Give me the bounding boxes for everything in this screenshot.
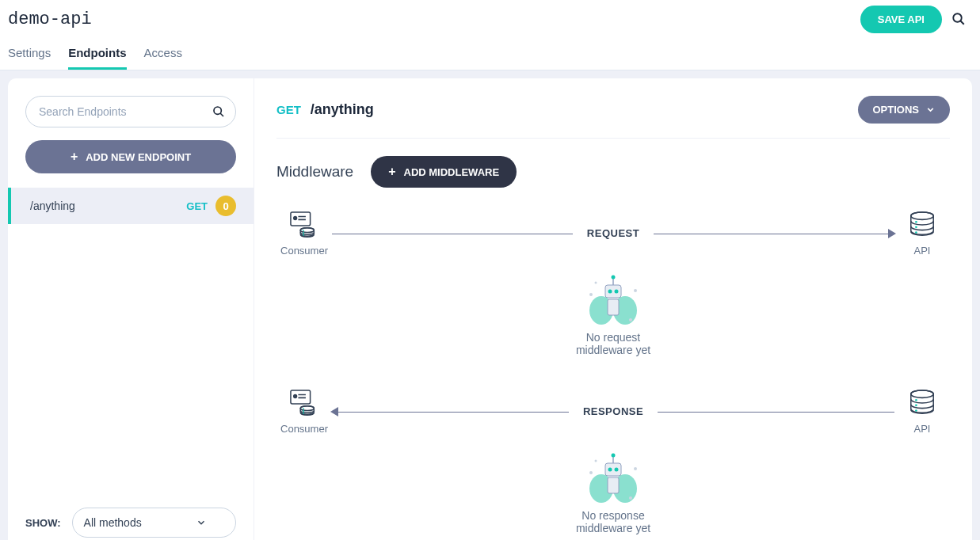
api-label: API — [914, 245, 931, 257]
endpoint-path-title: /anything — [311, 101, 374, 118]
svg-point-33 — [303, 408, 304, 409]
svg-point-52 — [629, 496, 632, 500]
svg-point-49 — [612, 454, 616, 458]
header: demo-api SAVE API — [0, 0, 980, 32]
arrow-right-icon — [888, 229, 896, 238]
endpoint-search — [25, 96, 236, 127]
main-header: GET /anything OPTIONS — [276, 96, 950, 139]
add-new-endpoint-button[interactable]: + ADD NEW ENDPOINT — [25, 140, 236, 173]
save-api-button[interactable]: SAVE API — [860, 6, 942, 33]
add-middleware-label: ADD MIDDLEWARE — [404, 166, 500, 178]
plus-icon: + — [388, 165, 395, 179]
consumer-icon — [289, 211, 319, 239]
add-endpoint-label: ADD NEW ENDPOINT — [86, 151, 191, 163]
svg-point-21 — [615, 290, 619, 294]
add-middleware-button[interactable]: + ADD MIDDLEWARE — [371, 156, 517, 188]
request-flow: Consumer REQUEST — [276, 210, 950, 356]
svg-point-46 — [615, 468, 619, 472]
svg-point-20 — [608, 290, 612, 294]
database-icon — [907, 211, 937, 239]
method-filter-select[interactable]: All methods — [72, 508, 236, 538]
endpoint-item[interactable]: /anything GET 0 — [8, 188, 254, 224]
tab-access[interactable]: Access — [144, 40, 182, 70]
response-empty-message: No response middleware yet — [576, 509, 650, 534]
request-empty-message: No request middleware yet — [576, 331, 650, 356]
svg-point-15 — [915, 226, 917, 229]
svg-point-9 — [303, 232, 304, 234]
main-panel: GET /anything OPTIONS Middleware + ADD M… — [254, 78, 972, 540]
svg-point-24 — [612, 276, 616, 280]
search-input[interactable] — [25, 96, 236, 127]
response-label: RESPONSE — [569, 405, 658, 417]
robot-illustration-icon — [582, 449, 645, 504]
svg-point-40 — [915, 405, 917, 407]
endpoint-method-badge: GET — [276, 103, 301, 116]
global-search-button[interactable] — [951, 12, 966, 26]
api-node: API — [894, 388, 950, 435]
svg-line-1 — [960, 21, 964, 25]
method-filter-value: All methods — [84, 516, 142, 529]
consumer-node: Consumer — [276, 388, 332, 435]
consumer-label: Consumer — [280, 423, 328, 435]
svg-point-34 — [303, 410, 304, 412]
options-button[interactable]: OPTIONS — [858, 96, 950, 124]
svg-marker-36 — [330, 407, 338, 416]
svg-point-27 — [629, 318, 632, 321]
sidebar: + ADD NEW ENDPOINT /anything GET 0 SHOW:… — [8, 78, 254, 540]
svg-point-53 — [595, 460, 597, 462]
search-icon — [212, 105, 225, 118]
svg-point-51 — [634, 467, 637, 470]
svg-point-26 — [634, 289, 637, 292]
robot-illustration-icon — [582, 271, 645, 326]
endpoint-list: /anything GET 0 — [8, 188, 254, 508]
svg-point-35 — [303, 413, 304, 414]
tab-settings[interactable]: Settings — [8, 40, 51, 70]
api-node: API — [894, 210, 950, 257]
search-icon — [951, 12, 966, 26]
svg-point-14 — [915, 221, 917, 223]
svg-point-25 — [589, 293, 593, 296]
svg-point-41 — [915, 409, 917, 412]
api-label: API — [914, 423, 931, 435]
request-line: REQUEST — [332, 233, 894, 234]
middleware-header: Middleware + ADD MIDDLEWARE — [276, 156, 950, 188]
svg-point-16 — [915, 231, 917, 234]
svg-marker-11 — [888, 229, 896, 238]
svg-point-39 — [915, 399, 917, 401]
sidebar-filter: SHOW: All methods — [8, 508, 254, 538]
chevron-down-icon — [925, 105, 936, 115]
options-label: OPTIONS — [872, 104, 919, 116]
svg-point-30 — [294, 395, 297, 398]
middleware-title: Middleware — [276, 163, 353, 181]
chevron-down-icon — [196, 517, 207, 528]
endpoint-path: /anything — [30, 200, 75, 212]
svg-rect-47 — [608, 477, 619, 493]
svg-point-5 — [294, 217, 297, 220]
header-actions: SAVE API — [860, 6, 966, 33]
svg-point-45 — [608, 468, 612, 472]
request-label: REQUEST — [573, 227, 654, 239]
response-flow: Consumer RESPONSE — [276, 388, 950, 534]
svg-point-0 — [953, 13, 962, 22]
svg-rect-44 — [605, 463, 621, 476]
svg-point-28 — [595, 282, 597, 284]
page-title: demo-api — [8, 10, 92, 29]
consumer-node: Consumer — [276, 210, 332, 257]
svg-rect-19 — [605, 285, 621, 298]
body: + ADD NEW ENDPOINT /anything GET 0 SHOW:… — [0, 70, 980, 540]
svg-point-8 — [303, 230, 304, 231]
svg-rect-22 — [608, 299, 619, 315]
arrow-left-icon — [330, 407, 338, 416]
response-empty-state: No response middleware yet — [276, 449, 950, 534]
svg-line-3 — [220, 113, 223, 116]
tab-endpoints[interactable]: Endpoints — [68, 40, 126, 70]
request-empty-state: No request middleware yet — [276, 271, 950, 356]
consumer-icon — [289, 389, 319, 417]
svg-point-50 — [589, 471, 593, 474]
response-line: RESPONSE — [332, 411, 894, 412]
svg-point-10 — [303, 234, 304, 236]
plus-icon: + — [71, 150, 78, 164]
show-label: SHOW: — [25, 517, 61, 529]
database-icon — [907, 389, 937, 417]
svg-point-2 — [214, 107, 221, 114]
